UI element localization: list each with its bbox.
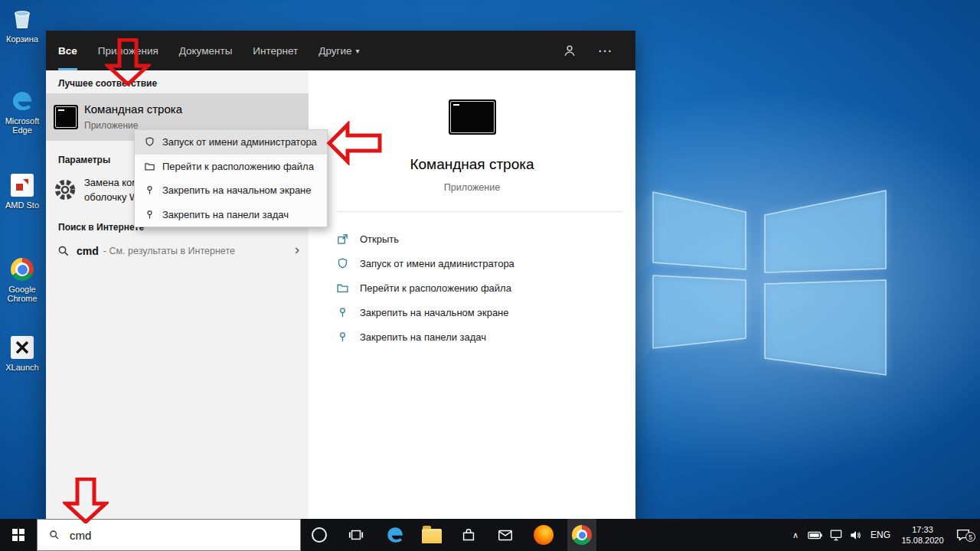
desktop-icon-label: AMD Sto (5, 201, 39, 210)
action-open[interactable]: Открыть (336, 227, 626, 251)
start-button[interactable] (0, 519, 37, 551)
taskbar-search-input[interactable] (68, 528, 275, 543)
chrome-icon (9, 256, 35, 282)
firefox-icon (534, 525, 554, 545)
language-indicator[interactable]: ENG (868, 530, 893, 540)
search-flyout: Все Приложения Документы Интернет Другие… (46, 31, 635, 519)
result-preview-panel: Командная строка Приложение Открыть Запу… (309, 70, 635, 519)
cortana-button[interactable] (306, 519, 332, 551)
time: 17:33 (897, 524, 948, 535)
taskbar: ∧ ENG 17:33 15.08.2020 5 (0, 519, 980, 551)
desktop-icon-edge[interactable]: Microsoft Edge (0, 88, 44, 135)
battery-icon[interactable] (807, 527, 824, 543)
pin-icon (144, 184, 155, 196)
tab-web[interactable]: Интернет (253, 31, 298, 70)
taskbar-file-explorer[interactable] (419, 519, 445, 551)
folder-icon (144, 161, 155, 172)
gear-icon (54, 178, 77, 204)
folder-icon (336, 281, 350, 295)
tab-documents[interactable]: Документы (179, 31, 233, 70)
more-options-icon[interactable]: … (597, 38, 612, 56)
edge-icon (385, 525, 405, 545)
menu-pin-to-start[interactable]: Закрепить на начальном экране (135, 178, 327, 203)
taskbar-store[interactable] (456, 519, 482, 551)
edge-icon (9, 88, 35, 114)
result-title: Командная строка (84, 103, 182, 116)
action-pin-to-start[interactable]: Закрепить на начальном экране (336, 300, 626, 324)
task-view-icon (348, 527, 364, 543)
taskbar-search-box[interactable] (37, 519, 301, 551)
tray-expand-icon[interactable]: ∧ (789, 530, 802, 540)
desktop-icon-chrome[interactable]: Google Chrome (0, 256, 44, 303)
result-web-search[interactable]: cmd - См. результаты в Интернете › (46, 237, 309, 265)
mail-icon (497, 527, 514, 543)
taskbar-chrome[interactable] (567, 519, 596, 551)
preview-title: Командная строка (309, 156, 635, 173)
action-pin-to-taskbar[interactable]: Закрепить на панели задач (336, 324, 626, 349)
cortana-icon (312, 527, 327, 543)
shield-icon (144, 136, 155, 148)
chevron-right-icon: › (295, 241, 299, 258)
best-match-header: Лучшее соответствие (58, 78, 157, 89)
menu-open-file-location[interactable]: Перейти к расположению файла (135, 155, 327, 179)
notification-badge: 5 (965, 532, 975, 542)
pin-icon (144, 209, 155, 220)
web-query: cmd (77, 245, 99, 257)
task-view-button[interactable] (343, 519, 369, 551)
volume-icon[interactable] (848, 527, 864, 543)
network-icon[interactable] (828, 527, 844, 543)
store-icon (460, 527, 477, 543)
clock[interactable]: 17:33 15.08.2020 (897, 524, 948, 546)
amd-icon (9, 172, 35, 198)
chrome-icon (572, 525, 592, 545)
result-subtitle: Приложение (84, 120, 138, 131)
settings-item-line2: оболочку Wi (84, 191, 141, 203)
desktop-icon-recycle-bin[interactable]: Корзина (0, 6, 44, 44)
search-icon (48, 529, 60, 541)
action-center-button[interactable]: 5 (952, 527, 974, 543)
tab-more[interactable]: Другие▾ (318, 31, 359, 70)
action-run-as-admin[interactable]: Запуск от имени администратора (336, 251, 626, 276)
divider (336, 211, 622, 212)
desktop: Корзина Microsoft Edge AMD Sto Google Ch… (0, 0, 980, 551)
preview-actions: Открыть Запуск от имени администратора П… (336, 227, 626, 349)
file-explorer-icon (422, 529, 442, 543)
tab-all[interactable]: Все (58, 31, 77, 70)
settings-header: Параметры (58, 155, 110, 165)
tab-apps[interactable]: Приложения (98, 31, 158, 70)
desktop-icon-xlaunch[interactable]: XLaunch (0, 334, 44, 372)
desktop-icon-amd[interactable]: AMD Sto (0, 172, 44, 210)
xlaunch-icon (9, 334, 35, 360)
desktop-icon-label: XLaunch (5, 363, 38, 372)
desktop-icon-label: Microsoft Edge (0, 116, 44, 135)
action-open-file-location[interactable]: Перейти к расположению файла (336, 276, 626, 300)
taskbar-firefox[interactable] (531, 519, 557, 551)
menu-pin-to-taskbar[interactable]: Закрепить на панели задач (135, 203, 327, 227)
recycle-bin-icon (9, 6, 35, 32)
context-menu: Запуск от имени администратора Перейти к… (134, 129, 328, 227)
windows-start-icon (12, 529, 24, 541)
pin-icon (336, 330, 350, 344)
menu-run-as-admin[interactable]: Запуск от имени администратора (135, 130, 327, 155)
cmd-icon (54, 105, 78, 129)
web-search-header: Поиск в Интернете (58, 222, 144, 233)
chevron-down-icon: ▾ (355, 47, 359, 55)
preview-subtitle: Приложение (309, 182, 635, 193)
shield-icon (336, 256, 350, 270)
desktop-icon-label: Google Chrome (0, 285, 44, 303)
pin-icon (336, 305, 350, 319)
date: 15.08.2020 (897, 535, 948, 546)
desktop-icon-label: Корзина (6, 34, 38, 44)
search-filter-tabs: Все Приложения Документы Интернет Другие… (46, 31, 635, 70)
web-suffix: - См. результаты в Интернете (103, 246, 235, 256)
search-icon (57, 244, 70, 261)
system-tray: ∧ ENG 17:33 15.08.2020 5 (789, 519, 980, 551)
cmd-icon-large (449, 99, 496, 135)
open-icon (336, 232, 350, 246)
taskbar-edge[interactable] (382, 519, 408, 551)
account-icon[interactable] (562, 43, 577, 58)
taskbar-mail[interactable] (492, 519, 518, 551)
